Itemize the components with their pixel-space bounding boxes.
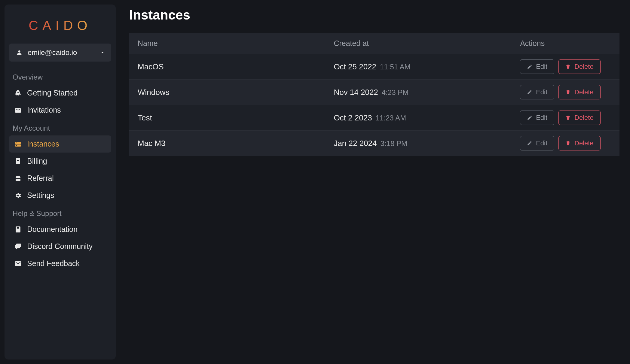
table-row: MacOSOct 25 202211:51 AMEditDelete	[129, 54, 619, 80]
svg-point-2	[16, 142, 17, 143]
brand-text: CAIDO	[29, 18, 91, 33]
section-label: Overview	[9, 70, 111, 84]
date-part: Nov 14 2022	[334, 88, 378, 97]
instance-name: MacOS	[129, 54, 325, 80]
delete-label: Delete	[574, 114, 594, 122]
gift-icon	[14, 175, 22, 182]
instance-created: Jan 22 20243:18 PM	[325, 131, 512, 156]
delete-button[interactable]: Delete	[558, 85, 601, 99]
sidebar-item-settings[interactable]: Settings	[9, 187, 111, 204]
actions-cell: EditDelete	[512, 54, 619, 80]
sidebar-item-label: Billing	[27, 157, 47, 165]
trash-icon	[565, 115, 571, 120]
sidebar-item-label: Documentation	[27, 225, 78, 234]
envelope-icon	[14, 260, 22, 267]
instance-name: Windows	[129, 80, 325, 105]
table-row: TestOct 2 202311:23 AMEditDelete	[129, 105, 619, 131]
sidebar-item-discord-community[interactable]: Discord Community	[9, 238, 111, 255]
instances-table: Name Created at Actions MacOSOct 25 2022…	[129, 33, 619, 156]
table-row: Mac M3Jan 22 20243:18 PMEditDelete	[129, 131, 619, 156]
column-header-name: Name	[129, 33, 325, 54]
actions-cell: EditDelete	[512, 131, 619, 156]
sidebar-item-label: Instances	[27, 140, 59, 148]
instance-name: Mac M3	[129, 131, 325, 156]
sidebar-item-label: Settings	[27, 191, 54, 200]
chevron-down-icon	[100, 50, 105, 55]
section-label: My Account	[9, 121, 111, 135]
instance-name: Test	[129, 105, 325, 131]
main-content: Instances Name Created at Actions MacOSO…	[123, 5, 625, 359]
comments-icon	[14, 243, 22, 250]
instance-created: Oct 2 202311:23 AM	[325, 105, 512, 131]
actions-cell: EditDelete	[512, 105, 619, 131]
sidebar-item-referral[interactable]: Referral	[9, 170, 111, 187]
date-part: Jan 22 2024	[334, 139, 377, 148]
pencil-icon	[527, 64, 532, 69]
actions-cell: EditDelete	[512, 80, 619, 105]
envelope-icon	[14, 107, 22, 114]
trash-icon	[565, 64, 571, 69]
sidebar-item-label: Referral	[27, 174, 54, 183]
delete-button[interactable]: Delete	[558, 136, 601, 150]
table-header-row: Name Created at Actions	[129, 33, 619, 54]
trash-icon	[565, 89, 571, 95]
section-label: Help & Support	[9, 206, 111, 221]
user-icon	[15, 49, 23, 56]
account-email: emile@caido.io	[28, 48, 77, 57]
receipt-icon	[14, 158, 22, 165]
page-title: Instances	[129, 8, 619, 23]
sidebar-item-getting-started[interactable]: Getting Started	[9, 84, 111, 102]
delete-button[interactable]: Delete	[558, 111, 601, 125]
time-part: 3:18 PM	[381, 139, 407, 147]
rocket-icon	[14, 89, 22, 97]
account-info: emile@caido.io	[15, 48, 77, 57]
book-icon	[14, 226, 22, 233]
sidebar-item-documentation[interactable]: Documentation	[9, 221, 111, 238]
edit-label: Edit	[536, 139, 547, 147]
instance-created: Oct 25 202211:51 AM	[325, 54, 512, 80]
delete-button[interactable]: Delete	[558, 59, 601, 74]
instance-created: Nov 14 20224:23 PM	[325, 80, 512, 105]
sidebar-item-instances[interactable]: Instances	[9, 135, 111, 153]
sidebar-item-billing[interactable]: Billing	[9, 153, 111, 170]
time-part: 11:51 AM	[380, 63, 410, 71]
server-icon	[14, 141, 22, 148]
svg-rect-0	[15, 142, 21, 144]
gears-icon	[14, 192, 22, 199]
trash-icon	[565, 141, 571, 146]
sidebar-item-label: Invitations	[27, 106, 61, 114]
edit-label: Edit	[536, 114, 547, 122]
brand-logo: CAIDO	[9, 11, 111, 44]
pencil-icon	[527, 89, 532, 95]
date-part: Oct 2 2023	[334, 113, 372, 122]
delete-label: Delete	[574, 63, 594, 71]
time-part: 4:23 PM	[382, 88, 408, 96]
edit-button[interactable]: Edit	[520, 85, 554, 99]
table-row: WindowsNov 14 20224:23 PMEditDelete	[129, 80, 619, 105]
edit-button[interactable]: Edit	[520, 111, 554, 125]
edit-label: Edit	[536, 63, 547, 71]
edit-button[interactable]: Edit	[520, 59, 554, 74]
column-header-actions: Actions	[512, 33, 619, 54]
sidebar-item-label: Discord Community	[27, 242, 93, 251]
svg-rect-1	[15, 144, 21, 147]
delete-label: Delete	[574, 139, 594, 147]
edit-button[interactable]: Edit	[520, 136, 554, 150]
date-part: Oct 25 2022	[334, 62, 376, 71]
pencil-icon	[527, 141, 532, 146]
sidebar-item-invitations[interactable]: Invitations	[9, 102, 111, 119]
column-header-created: Created at	[325, 33, 512, 54]
sidebar-item-label: Getting Started	[27, 89, 78, 97]
edit-label: Edit	[536, 88, 547, 96]
sidebar-item-label: Send Feedback	[27, 259, 80, 268]
account-dropdown[interactable]: emile@caido.io	[9, 44, 111, 62]
sidebar-item-send-feedback[interactable]: Send Feedback	[9, 255, 111, 272]
delete-label: Delete	[574, 88, 594, 96]
time-part: 11:23 AM	[376, 114, 406, 122]
sidebar: CAIDO emile@caido.io OverviewGetting Sta…	[5, 5, 116, 359]
svg-point-3	[16, 145, 17, 146]
pencil-icon	[527, 115, 532, 120]
